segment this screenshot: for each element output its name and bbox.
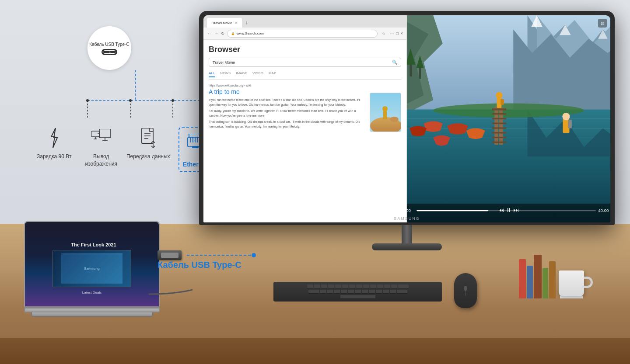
monitor-bezel: Travel Movie × + ← → ↻ 🔒 www.Search.com … xyxy=(199,11,615,225)
search-result: https://www.wikipedia.org › wiki A trip … xyxy=(209,84,401,129)
tab-video[interactable]: VIDEO xyxy=(252,71,263,77)
lock-icon: 🔒 xyxy=(231,32,235,35)
search-tabs-nav: ALL NEWS IMAGE VIDEO MAP xyxy=(209,71,401,80)
laptop-bottom xyxy=(31,312,153,317)
forward-button[interactable]: → xyxy=(214,31,218,36)
svg-point-60 xyxy=(433,103,584,117)
active-browser-tab[interactable]: Travel Movie × xyxy=(207,18,242,28)
book-5 xyxy=(549,261,556,298)
minimize-button[interactable]: — xyxy=(390,31,394,36)
document-icon-wrap xyxy=(137,127,159,149)
svg-rect-66 xyxy=(492,123,506,124)
thumbnail-image xyxy=(370,93,401,132)
result-url: https://www.wikipedia.org › wiki xyxy=(209,84,401,87)
keyboard-row-1 xyxy=(307,284,409,288)
key xyxy=(341,290,347,294)
monitor-screen: Travel Movie × + ← → ↻ 🔒 www.Search.com … xyxy=(203,15,610,222)
svg-rect-70 xyxy=(492,142,506,143)
features-row: Зарядка 90 Вт Вывод изображения xyxy=(31,127,219,172)
usb-plug-icon xyxy=(158,250,182,260)
svg-point-72 xyxy=(496,92,502,99)
result-thumbnail xyxy=(370,93,401,132)
svg-rect-40 xyxy=(393,117,394,122)
tab-image[interactable]: IMAGE xyxy=(236,71,247,77)
browser-search-bar[interactable]: Travel Movie 🔍 xyxy=(209,58,401,67)
svg-rect-63 xyxy=(492,108,506,110)
keyboard-row-3 xyxy=(340,295,375,299)
monitor-stand-neck xyxy=(402,225,412,245)
usb-type-c-badge: Кабель USB Type-C xyxy=(88,26,131,70)
svg-rect-67 xyxy=(492,127,506,128)
laptop-deals-text: Latest Deals xyxy=(82,291,102,295)
key xyxy=(397,290,407,294)
key xyxy=(383,290,389,294)
laptop-tv-text: Samsung xyxy=(84,267,100,270)
svg-rect-76 xyxy=(568,120,572,128)
refresh-button[interactable]: ↻ xyxy=(221,31,224,36)
data-label: Передача данных xyxy=(126,153,170,160)
window-controls: — □ × xyxy=(390,31,403,36)
monitor-brand-logo: SAMSUNG xyxy=(394,216,420,221)
key xyxy=(362,290,368,294)
svg-rect-41 xyxy=(396,117,397,122)
tab-map[interactable]: MAP xyxy=(269,71,276,77)
tab-all[interactable]: ALL xyxy=(209,71,215,77)
url-text: www.Search.com xyxy=(237,31,264,35)
key xyxy=(348,290,354,294)
svg-rect-65 xyxy=(492,118,506,119)
document-icon xyxy=(140,128,157,148)
svg-rect-68 xyxy=(492,132,506,133)
key xyxy=(356,284,362,288)
spacebar xyxy=(340,295,375,299)
charging-label: Зарядка 90 Вт xyxy=(37,153,71,160)
display-label: Вывод изображения xyxy=(78,153,125,168)
key xyxy=(384,284,390,288)
maximize-button[interactable]: □ xyxy=(396,31,399,36)
feature-data: Передача данных xyxy=(125,127,172,160)
monitor-icon xyxy=(91,129,111,146)
bookmark-icon[interactable]: ☆ xyxy=(382,31,385,36)
lightning-icon-wrap xyxy=(43,127,65,149)
key xyxy=(320,290,326,294)
svg-rect-11 xyxy=(91,131,99,137)
key xyxy=(376,290,382,294)
svg-rect-62 xyxy=(499,107,503,145)
svg-point-34 xyxy=(252,253,256,257)
usb-badge-label: Кабель USB Type-C xyxy=(89,42,129,47)
laptop-base xyxy=(24,306,160,312)
feature-charging: Зарядка 90 Вт xyxy=(31,127,78,160)
desk-front-edge xyxy=(0,338,630,364)
mouse xyxy=(454,273,477,308)
cable-label-container xyxy=(158,250,257,260)
laptop: SAMSUNG Menu TVs Monitors The First Look… xyxy=(24,221,160,317)
key xyxy=(349,284,355,288)
key xyxy=(334,290,340,294)
url-bar[interactable]: 🔒 www.Search.com xyxy=(227,30,378,38)
key xyxy=(369,290,375,294)
key xyxy=(342,284,348,288)
monitor-icon-wrap xyxy=(90,127,112,149)
result-para-2: Far away, you're my sunshine. We were to… xyxy=(209,109,366,118)
coffee-mug xyxy=(559,270,584,298)
usb-plug-inner xyxy=(161,253,178,258)
monitor-container: Travel Movie × + ← → ↻ 🔒 www.Search.com … xyxy=(199,11,615,225)
key xyxy=(335,284,341,288)
lightning-icon xyxy=(48,128,61,148)
laptop-tv-screen: Samsung xyxy=(61,253,122,284)
search-icon: 🔍 xyxy=(392,60,397,65)
tab-news[interactable]: NEWS xyxy=(220,71,231,77)
usb-icon xyxy=(102,49,117,55)
browser-tab-bar: Travel Movie × + xyxy=(203,15,406,28)
cable-dotted-line xyxy=(187,252,257,258)
key xyxy=(391,284,397,288)
tab-close-icon[interactable]: × xyxy=(235,21,237,25)
key xyxy=(328,284,334,288)
key xyxy=(308,290,319,294)
back-button[interactable]: ← xyxy=(207,31,211,36)
svg-rect-32 xyxy=(192,146,199,148)
close-window-button[interactable]: × xyxy=(400,31,403,36)
svg-point-75 xyxy=(562,113,570,120)
new-tab-button[interactable]: + xyxy=(243,19,251,27)
book-3 xyxy=(534,255,542,298)
pip-button[interactable]: ⊡ xyxy=(598,19,607,28)
